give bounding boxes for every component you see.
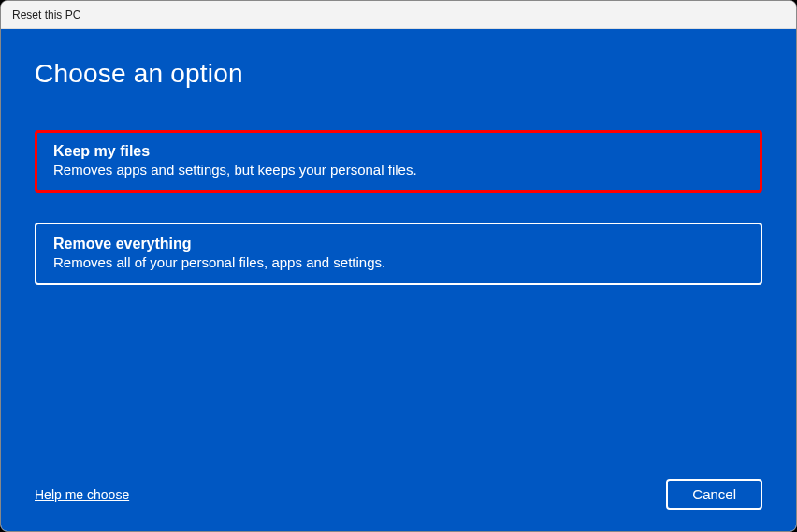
titlebar: Reset this PC	[1, 1, 796, 29]
cancel-button[interactable]: Cancel	[666, 479, 762, 510]
option-title: Remove everything	[53, 236, 744, 252]
option-title: Keep my files	[53, 143, 744, 160]
option-remove-everything[interactable]: Remove everything Removes all of your pe…	[35, 223, 762, 285]
window-title: Reset this PC	[12, 8, 80, 22]
dialog-footer: Help me choose Cancel	[35, 479, 762, 510]
help-me-choose-link[interactable]: Help me choose	[35, 487, 129, 502]
page-heading: Choose an option	[35, 59, 762, 89]
option-description: Removes all of your personal files, apps…	[53, 254, 744, 270]
option-description: Removes apps and settings, but keeps you…	[53, 162, 744, 178]
dialog-content: Choose an option Keep my files Removes a…	[1, 29, 796, 532]
option-keep-my-files[interactable]: Keep my files Removes apps and settings,…	[35, 130, 762, 193]
dialog-window: Reset this PC Choose an option Keep my f…	[0, 0, 797, 532]
